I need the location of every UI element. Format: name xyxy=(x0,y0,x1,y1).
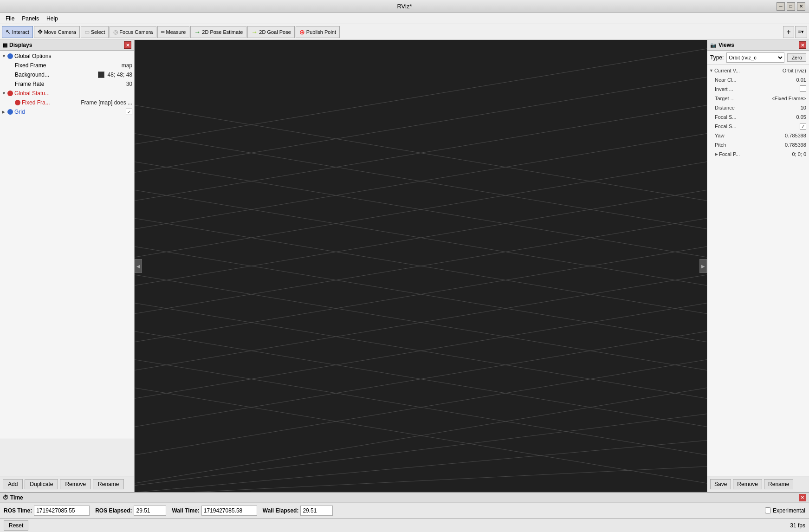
move-camera-icon: ✥ xyxy=(38,28,43,35)
views-type-dropdown[interactable]: Orbit (rviz_c xyxy=(726,52,784,63)
ros-elapsed-input[interactable] xyxy=(134,506,166,516)
interact-button[interactable]: ↖ Interact xyxy=(2,26,33,38)
move-camera-button[interactable]: ✥ Move Camera xyxy=(34,26,80,38)
experimental-checkbox[interactable] xyxy=(765,507,771,513)
more-tools-button[interactable]: ≡▾ xyxy=(795,26,807,38)
focal-s2-checkbox[interactable]: ✓ xyxy=(800,123,806,130)
focal-s2-row[interactable]: Focal S... ✓ xyxy=(707,122,809,131)
duplicate-display-button[interactable]: Duplicate xyxy=(25,479,58,489)
2d-goal-pose-button[interactable]: → 2D Goal Pose xyxy=(247,26,294,38)
move-camera-label: Move Camera xyxy=(44,29,76,35)
time-bar: ⏱ Time ✕ ROS Time: ROS Elapsed: Wall Tim… xyxy=(0,492,809,518)
wall-elapsed-input[interactable] xyxy=(300,506,333,516)
viewport[interactable]: ◀ ▶ xyxy=(135,40,707,492)
add-display-button[interactable]: Add xyxy=(3,479,23,489)
viewport-collapse-right[interactable]: ▶ xyxy=(699,259,707,273)
global-options-icon xyxy=(7,53,13,59)
ros-time-input[interactable] xyxy=(34,506,90,516)
global-status-icon xyxy=(7,91,13,96)
fixed-fra-row[interactable]: Fixed Fra... Frame [map] does ... xyxy=(0,98,134,107)
fixed-frame-row[interactable]: Fixed Frame map xyxy=(0,61,134,70)
fixed-frame-value[interactable]: map xyxy=(122,62,134,69)
publish-point-button[interactable]: ⊕ Publish Point xyxy=(296,26,340,38)
rename-view-button[interactable]: Rename xyxy=(764,479,793,489)
views-zero-button[interactable]: Zero xyxy=(787,53,806,62)
save-view-button[interactable]: Save xyxy=(710,479,731,489)
global-status-row[interactable]: ▼ Global Statu... xyxy=(0,89,134,98)
ros-elapsed-label: ROS Elapsed: xyxy=(95,507,132,514)
yaw-row[interactable]: Yaw 0.785398 xyxy=(707,131,809,140)
views-panel-header: 📷 Views ✕ xyxy=(707,40,809,51)
displays-close-button[interactable]: ✕ xyxy=(124,41,131,49)
background-row[interactable]: Background... 48; 48; 48 xyxy=(0,70,134,79)
displays-panel-header: ▦ Displays ✕ xyxy=(0,40,134,51)
target-row[interactable]: Target ... <Fixed Frame> xyxy=(707,94,809,103)
focal-s2-value[interactable]: ✓ xyxy=(800,123,809,130)
views-close-button[interactable]: ✕ xyxy=(799,41,806,49)
2d-goal-label: 2D Goal Pose xyxy=(259,29,291,35)
background-value[interactable]: 48; 48; 48 xyxy=(98,71,134,78)
measure-icon: ━ xyxy=(161,29,164,35)
viewport-collapse-left[interactable]: ◀ xyxy=(135,259,142,273)
global-status-label: Global Statu... xyxy=(14,90,134,97)
interact-icon: ↖ xyxy=(6,28,11,35)
experimental-field: Experimental xyxy=(765,507,805,514)
grid-value[interactable]: ✓ xyxy=(126,109,134,116)
invert-checkbox[interactable] xyxy=(800,85,806,92)
wall-time-field: Wall Time: xyxy=(172,506,257,516)
time-bar-header: ⏱ Time ✕ xyxy=(0,493,809,503)
remove-display-button[interactable]: Remove xyxy=(60,479,91,489)
measure-button[interactable]: ━ Measure xyxy=(157,26,189,38)
global-options-row[interactable]: ▼ Global Options xyxy=(0,52,134,61)
minimize-button[interactable]: ─ xyxy=(777,2,785,11)
frame-rate-value[interactable]: 30 xyxy=(126,81,134,87)
rename-display-button[interactable]: Rename xyxy=(93,479,124,489)
remove-view-button[interactable]: Remove xyxy=(733,479,762,489)
select-label: Select xyxy=(91,29,105,35)
menu-help[interactable]: Help xyxy=(43,14,62,23)
focal-p-arrow: ▶ xyxy=(715,152,718,156)
wall-time-input[interactable] xyxy=(201,506,257,516)
grid-row[interactable]: ▶ Grid ✓ xyxy=(0,107,134,117)
maximize-button[interactable]: □ xyxy=(787,2,795,11)
experimental-label: Experimental xyxy=(773,507,805,514)
2d-pose-estimate-button[interactable]: → 2D Pose Estimate xyxy=(190,26,246,38)
pitch-row[interactable]: Pitch 0.785398 xyxy=(707,140,809,149)
time-bar-content: ROS Time: ROS Elapsed: Wall Time: Wall E… xyxy=(0,503,809,518)
focal-p-row[interactable]: ▶ Focal P... 0; 0; 0 xyxy=(707,149,809,159)
wall-elapsed-field: Wall Elapsed: xyxy=(263,506,333,516)
ros-time-field: ROS Time: xyxy=(4,506,90,516)
menu-panels[interactable]: Panels xyxy=(18,14,43,23)
close-button[interactable]: ✕ xyxy=(797,2,805,11)
near-clip-value[interactable]: 0.01 xyxy=(796,77,809,83)
grid-checkbox[interactable]: ✓ xyxy=(126,109,132,115)
frame-rate-row[interactable]: Frame Rate 30 xyxy=(0,79,134,89)
select-button[interactable]: ▭ Select xyxy=(81,26,109,38)
background-color-swatch[interactable] xyxy=(98,71,104,78)
yaw-value[interactable]: 0.785398 xyxy=(785,133,809,138)
focal-s1-value[interactable]: 0.05 xyxy=(796,114,809,120)
time-title: Time xyxy=(10,494,23,501)
menu-bar: File Panels Help xyxy=(0,13,809,24)
reset-button[interactable]: Reset xyxy=(4,520,28,531)
current-view-arrow: ▼ xyxy=(709,68,713,73)
distance-row[interactable]: Distance 10 xyxy=(707,103,809,112)
fixed-fra-label: Fixed Fra... xyxy=(22,99,81,106)
add-tool-button[interactable]: + xyxy=(783,26,794,38)
wall-elapsed-label: Wall Elapsed: xyxy=(263,507,299,514)
distance-value[interactable]: 10 xyxy=(801,105,809,110)
focal-s2-label: Focal S... xyxy=(715,123,800,129)
invert-value[interactable] xyxy=(800,85,809,93)
displays-panel: ▦ Displays ✕ ▼ Global Options Fixed Fram… xyxy=(0,40,135,492)
current-view-row[interactable]: ▼ Current V... Orbit (rviz) xyxy=(707,66,809,75)
target-value[interactable]: <Fixed Frame> xyxy=(771,96,809,101)
near-clip-row[interactable]: Near Cl... 0.01 xyxy=(707,75,809,84)
focus-camera-button[interactable]: ◎ Focus Camera xyxy=(110,26,156,38)
invert-row[interactable]: Invert ... xyxy=(707,84,809,94)
focal-s1-row[interactable]: Focal S... 0.05 xyxy=(707,112,809,122)
menu-file[interactable]: File xyxy=(2,14,18,23)
window-controls: ─ □ ✕ xyxy=(777,2,805,11)
focal-p-value[interactable]: 0; 0; 0 xyxy=(792,151,809,157)
time-bar-close[interactable]: ✕ xyxy=(799,494,806,501)
pitch-value[interactable]: 0.785398 xyxy=(785,142,809,148)
